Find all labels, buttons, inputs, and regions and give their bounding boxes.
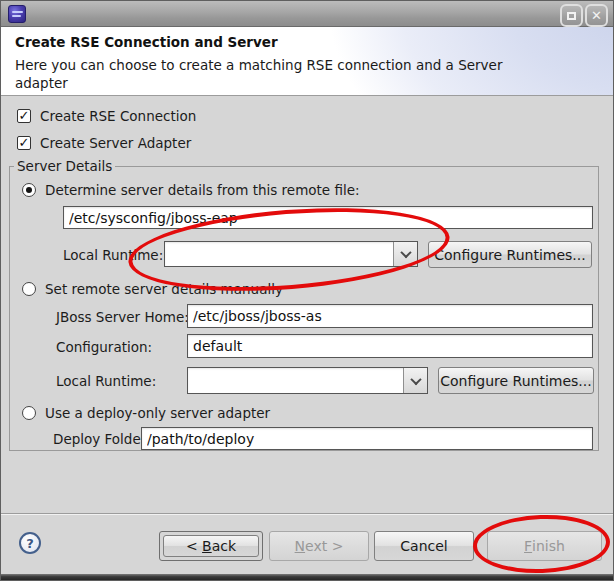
maximize-icon: [567, 12, 576, 20]
radio-manual[interactable]: [22, 282, 36, 296]
title-bar[interactable]: ✕: [1, 1, 613, 27]
wizard-dialog: ✕ Create RSE Connection and Server Here …: [0, 0, 614, 581]
configuration-label: Configuration:: [56, 339, 152, 355]
create-server-checkbox[interactable]: ✓: [17, 136, 31, 150]
close-icon: ✕: [591, 9, 602, 22]
jboss-home-input[interactable]: [187, 304, 593, 328]
server-details-legend: Server Details: [14, 158, 115, 174]
configure-runtimes-button-manual[interactable]: Configure Runtimes...: [438, 367, 594, 394]
create-rse-checkbox[interactable]: ✓: [17, 109, 31, 123]
jboss-home-label: JBoss Server Home:: [56, 309, 189, 325]
help-button[interactable]: ?: [19, 532, 41, 554]
create-server-label: Create Server Adapter: [40, 135, 191, 151]
window-bottom-edge: [1, 574, 613, 580]
local-runtime-label-manual: Local Runtime:: [56, 373, 156, 389]
back-button-ring: < Back: [159, 531, 263, 561]
create-server-adapter-option[interactable]: ✓ Create Server Adapter: [17, 135, 191, 151]
chevron-down-icon: [410, 373, 421, 384]
wizard-header: Create RSE Connection and Server Here yo…: [1, 27, 613, 96]
help-icon: ?: [26, 536, 34, 551]
create-rse-connection-option[interactable]: ✓ Create RSE Connection: [17, 108, 196, 124]
radio-remote-file-option[interactable]: Determine server details from this remot…: [22, 182, 360, 198]
deploy-folder-label: Deploy Folder:: [53, 431, 151, 447]
radio-deploy-only[interactable]: [22, 406, 36, 420]
eclipse-icon: [8, 5, 26, 23]
radio-manual-label: Set remote server details manually: [45, 281, 283, 297]
footer-separator: [1, 513, 613, 515]
finish-button[interactable]: Finish: [487, 531, 602, 561]
configure-runtimes-button-remote[interactable]: Configure Runtimes...: [428, 241, 592, 268]
dropdown-button[interactable]: [403, 368, 427, 393]
close-button[interactable]: ✕: [585, 4, 608, 27]
configuration-input[interactable]: [187, 334, 593, 358]
local-runtime-combo-remote[interactable]: [164, 241, 418, 267]
radio-manual-option[interactable]: Set remote server details manually: [22, 281, 283, 297]
radio-remote-file[interactable]: [22, 183, 36, 197]
next-button[interactable]: Next >: [269, 531, 369, 561]
chevron-down-icon: [400, 247, 411, 258]
back-button[interactable]: < Back: [163, 535, 259, 557]
remote-file-input[interactable]: [63, 206, 593, 229]
deploy-folder-input[interactable]: [141, 427, 593, 450]
create-rse-label: Create RSE Connection: [40, 108, 196, 124]
local-runtime-combo-manual[interactable]: [187, 367, 428, 394]
cancel-button[interactable]: Cancel: [374, 531, 474, 561]
radio-deploy-only-option[interactable]: Use a deploy-only server adapter: [22, 405, 270, 421]
radio-remote-file-label: Determine server details from this remot…: [45, 182, 360, 198]
radio-deploy-only-label: Use a deploy-only server adapter: [45, 405, 270, 421]
check-icon: ✓: [19, 109, 30, 122]
page-description: Here you can choose to create a matching…: [15, 56, 515, 92]
check-icon: ✓: [19, 136, 30, 149]
page-title: Create RSE Connection and Server: [15, 34, 278, 50]
local-runtime-label-remote: Local Runtime:: [63, 247, 163, 263]
dropdown-button[interactable]: [393, 242, 417, 266]
maximize-button[interactable]: [560, 4, 583, 27]
